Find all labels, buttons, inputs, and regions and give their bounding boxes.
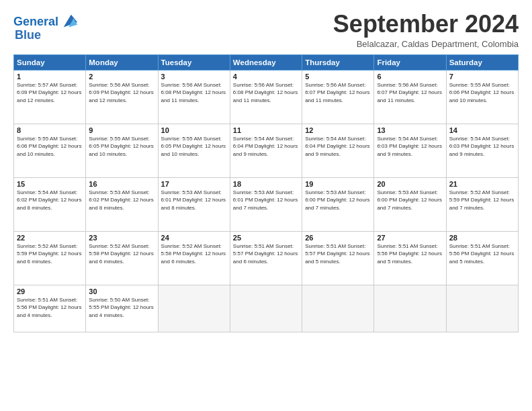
day-info: Sunrise: 5:53 AM Sunset: 6:01 PM Dayligh… <box>233 189 299 212</box>
day-number: 6 <box>377 73 443 81</box>
day-number: 22 <box>17 234 83 242</box>
day-number: 14 <box>449 126 515 134</box>
header: General Blue September 2024 Belalcazar, … <box>13 11 519 49</box>
day-info: Sunrise: 5:54 AM Sunset: 6:03 PM Dayligh… <box>449 135 515 158</box>
day-number: 20 <box>377 180 443 188</box>
weekday-header-thursday: Thursday <box>302 54 374 70</box>
day-info: Sunrise: 5:56 AM Sunset: 6:07 PM Dayligh… <box>377 81 443 105</box>
weekday-header-saturday: Saturday <box>446 54 518 70</box>
day-info: Sunrise: 5:56 AM Sunset: 6:08 PM Dayligh… <box>233 81 299 105</box>
day-number: 5 <box>305 73 371 81</box>
day-cell: 13Sunrise: 5:54 AM Sunset: 6:03 PM Dayli… <box>374 124 446 177</box>
week-row-3: 15Sunrise: 5:54 AM Sunset: 6:02 PM Dayli… <box>14 177 519 231</box>
day-number: 4 <box>233 73 299 81</box>
weekday-header-monday: Monday <box>86 54 158 70</box>
day-cell <box>446 285 518 332</box>
day-number: 12 <box>305 126 371 134</box>
day-cell <box>230 285 302 332</box>
day-number: 7 <box>449 73 515 81</box>
day-cell: 27Sunrise: 5:51 AM Sunset: 5:56 PM Dayli… <box>374 231 446 285</box>
day-info: Sunrise: 5:55 AM Sunset: 6:05 PM Dayligh… <box>89 135 154 158</box>
day-cell: 15Sunrise: 5:54 AM Sunset: 6:02 PM Dayli… <box>14 177 86 231</box>
day-cell: 12Sunrise: 5:54 AM Sunset: 6:04 PM Dayli… <box>302 124 374 177</box>
day-cell: 20Sunrise: 5:53 AM Sunset: 6:00 PM Dayli… <box>374 177 446 231</box>
calendar-page: General Blue September 2024 Belalcazar, … <box>0 0 532 411</box>
day-info: Sunrise: 5:51 AM Sunset: 5:56 PM Dayligh… <box>449 242 515 266</box>
day-info: Sunrise: 5:52 AM Sunset: 5:59 PM Dayligh… <box>17 242 83 266</box>
day-number: 15 <box>17 180 83 188</box>
week-row-4: 22Sunrise: 5:52 AM Sunset: 5:59 PM Dayli… <box>14 231 519 285</box>
day-cell: 21Sunrise: 5:52 AM Sunset: 5:59 PM Dayli… <box>446 177 518 231</box>
day-cell <box>158 285 230 332</box>
weekday-header-row: SundayMondayTuesdayWednesdayThursdayFrid… <box>14 54 519 70</box>
day-info: Sunrise: 5:54 AM Sunset: 6:04 PM Dayligh… <box>305 135 371 158</box>
day-cell: 7Sunrise: 5:55 AM Sunset: 6:06 PM Daylig… <box>446 70 518 124</box>
day-number: 16 <box>89 180 154 188</box>
day-number: 11 <box>233 126 299 134</box>
day-number: 24 <box>161 234 227 242</box>
day-number: 3 <box>161 73 227 81</box>
day-cell: 26Sunrise: 5:51 AM Sunset: 5:57 PM Dayli… <box>302 231 374 285</box>
day-cell: 2Sunrise: 5:56 AM Sunset: 6:09 PM Daylig… <box>86 70 158 124</box>
day-info: Sunrise: 5:52 AM Sunset: 5:58 PM Dayligh… <box>161 242 227 266</box>
day-cell: 6Sunrise: 5:56 AM Sunset: 6:07 PM Daylig… <box>374 70 446 124</box>
day-cell: 30Sunrise: 5:50 AM Sunset: 5:55 PM Dayli… <box>86 285 158 332</box>
weekday-header-friday: Friday <box>374 54 446 70</box>
day-cell: 8Sunrise: 5:55 AM Sunset: 6:06 PM Daylig… <box>14 124 86 177</box>
logo: General Blue <box>13 13 79 42</box>
day-info: Sunrise: 5:55 AM Sunset: 6:06 PM Dayligh… <box>449 81 515 105</box>
day-cell: 25Sunrise: 5:51 AM Sunset: 5:57 PM Dayli… <box>230 231 302 285</box>
day-info: Sunrise: 5:55 AM Sunset: 6:05 PM Dayligh… <box>161 135 227 158</box>
day-info: Sunrise: 5:51 AM Sunset: 5:56 PM Dayligh… <box>17 296 83 320</box>
day-number: 26 <box>305 234 371 242</box>
day-info: Sunrise: 5:54 AM Sunset: 6:02 PM Dayligh… <box>17 189 83 212</box>
day-number: 1 <box>17 73 83 81</box>
day-cell: 1Sunrise: 5:57 AM Sunset: 6:09 PM Daylig… <box>14 70 86 124</box>
day-info: Sunrise: 5:50 AM Sunset: 5:55 PM Dayligh… <box>89 296 154 320</box>
day-cell: 9Sunrise: 5:55 AM Sunset: 6:05 PM Daylig… <box>86 124 158 177</box>
week-row-5: 29Sunrise: 5:51 AM Sunset: 5:56 PM Dayli… <box>14 285 519 332</box>
day-cell: 22Sunrise: 5:52 AM Sunset: 5:59 PM Dayli… <box>14 231 86 285</box>
day-info: Sunrise: 5:52 AM Sunset: 5:59 PM Dayligh… <box>449 189 515 212</box>
day-number: 17 <box>161 180 227 188</box>
day-info: Sunrise: 5:55 AM Sunset: 6:06 PM Dayligh… <box>17 135 83 158</box>
day-cell: 16Sunrise: 5:53 AM Sunset: 6:02 PM Dayli… <box>86 177 158 231</box>
day-info: Sunrise: 5:51 AM Sunset: 5:57 PM Dayligh… <box>233 242 299 266</box>
day-info: Sunrise: 5:52 AM Sunset: 5:58 PM Dayligh… <box>89 242 154 266</box>
day-info: Sunrise: 5:56 AM Sunset: 6:07 PM Dayligh… <box>305 81 371 105</box>
day-info: Sunrise: 5:53 AM Sunset: 6:01 PM Dayligh… <box>161 189 227 212</box>
day-info: Sunrise: 5:53 AM Sunset: 6:02 PM Dayligh… <box>89 189 154 212</box>
day-info: Sunrise: 5:53 AM Sunset: 6:00 PM Dayligh… <box>377 189 443 212</box>
weekday-header-wednesday: Wednesday <box>230 54 302 70</box>
day-number: 8 <box>17 126 83 134</box>
day-cell: 11Sunrise: 5:54 AM Sunset: 6:04 PM Dayli… <box>230 124 302 177</box>
day-number: 23 <box>89 234 154 242</box>
day-number: 18 <box>233 180 299 188</box>
day-number: 21 <box>449 180 515 188</box>
day-info: Sunrise: 5:54 AM Sunset: 6:03 PM Dayligh… <box>377 135 443 158</box>
logo-icon <box>60 12 79 31</box>
day-cell <box>302 285 374 332</box>
day-number: 30 <box>89 287 154 295</box>
day-info: Sunrise: 5:51 AM Sunset: 5:56 PM Dayligh… <box>377 242 443 266</box>
day-number: 19 <box>305 180 371 188</box>
day-info: Sunrise: 5:57 AM Sunset: 6:09 PM Dayligh… <box>17 81 83 105</box>
day-info: Sunrise: 5:51 AM Sunset: 5:57 PM Dayligh… <box>305 242 371 266</box>
day-info: Sunrise: 5:53 AM Sunset: 6:00 PM Dayligh… <box>305 189 371 212</box>
week-row-1: 1Sunrise: 5:57 AM Sunset: 6:09 PM Daylig… <box>14 70 519 124</box>
week-row-2: 8Sunrise: 5:55 AM Sunset: 6:06 PM Daylig… <box>14 124 519 177</box>
day-cell: 19Sunrise: 5:53 AM Sunset: 6:00 PM Dayli… <box>302 177 374 231</box>
day-number: 13 <box>377 126 443 134</box>
day-number: 2 <box>89 73 154 81</box>
day-number: 9 <box>89 126 154 134</box>
day-cell: 24Sunrise: 5:52 AM Sunset: 5:58 PM Dayli… <box>158 231 230 285</box>
day-cell: 17Sunrise: 5:53 AM Sunset: 6:01 PM Dayli… <box>158 177 230 231</box>
day-number: 25 <box>233 234 299 242</box>
day-number: 10 <box>161 126 227 134</box>
day-info: Sunrise: 5:54 AM Sunset: 6:04 PM Dayligh… <box>233 135 299 158</box>
day-cell: 28Sunrise: 5:51 AM Sunset: 5:56 PM Dayli… <box>446 231 518 285</box>
day-cell: 29Sunrise: 5:51 AM Sunset: 5:56 PM Dayli… <box>14 285 86 332</box>
day-number: 28 <box>449 234 515 242</box>
day-cell: 4Sunrise: 5:56 AM Sunset: 6:08 PM Daylig… <box>230 70 302 124</box>
day-cell: 23Sunrise: 5:52 AM Sunset: 5:58 PM Dayli… <box>86 231 158 285</box>
